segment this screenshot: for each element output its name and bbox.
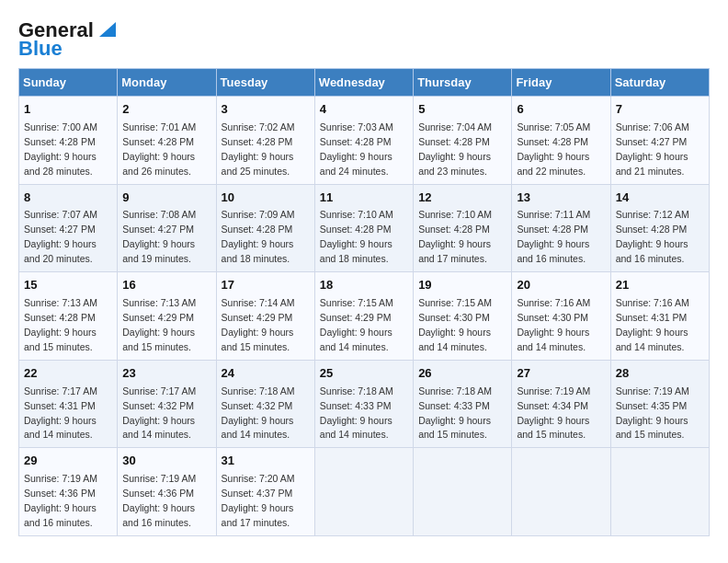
day-info: Sunrise: 7:13 AMSunset: 4:29 PMDaylight:… <box>122 297 196 352</box>
calendar-week-4: 22 Sunrise: 7:17 AMSunset: 4:31 PMDaylig… <box>19 360 710 448</box>
day-number: 18 <box>320 277 408 294</box>
calendar-header-tuesday: Tuesday <box>216 69 314 97</box>
calendar-header-wednesday: Wednesday <box>314 69 413 97</box>
day-info: Sunrise: 7:20 AMSunset: 4:37 PMDaylight:… <box>222 473 295 528</box>
day-number: 16 <box>122 277 210 294</box>
calendar-cell: 17 Sunrise: 7:14 AMSunset: 4:29 PMDaylig… <box>216 272 314 361</box>
calendar-cell: 10 Sunrise: 7:09 AMSunset: 4:28 PMDaylig… <box>216 184 314 272</box>
day-info: Sunrise: 7:11 AMSunset: 4:28 PMDaylight:… <box>517 209 590 264</box>
day-info: Sunrise: 7:13 AMSunset: 4:28 PMDaylight:… <box>24 297 97 352</box>
day-info: Sunrise: 7:17 AMSunset: 4:31 PMDaylight:… <box>24 385 97 441</box>
calendar-cell: 2 Sunrise: 7:01 AMSunset: 4:28 PMDayligh… <box>118 97 216 185</box>
day-number: 1 <box>24 101 112 119</box>
day-number: 25 <box>320 365 408 383</box>
day-number: 22 <box>24 365 112 383</box>
calendar-cell: 29 Sunrise: 7:19 AMSunset: 4:36 PMDaylig… <box>19 448 118 536</box>
calendar-header-thursday: Thursday <box>414 69 512 97</box>
calendar-cell: 12 Sunrise: 7:10 AMSunset: 4:28 PMDaylig… <box>414 184 512 272</box>
calendar-cell: 24 Sunrise: 7:18 AMSunset: 4:32 PMDaylig… <box>216 360 314 448</box>
day-number: 13 <box>517 190 605 207</box>
day-info: Sunrise: 7:10 AMSunset: 4:28 PMDaylight:… <box>320 209 393 264</box>
day-number: 4 <box>320 101 408 119</box>
calendar-cell: 18 Sunrise: 7:15 AMSunset: 4:29 PMDaylig… <box>314 272 413 361</box>
day-info: Sunrise: 7:18 AMSunset: 4:33 PMDaylight:… <box>320 385 393 441</box>
calendar-header-monday: Monday <box>118 69 216 97</box>
day-number: 9 <box>122 190 210 207</box>
logo-blue: Blue <box>18 37 63 61</box>
calendar-cell <box>414 448 512 536</box>
calendar-table: SundayMondayTuesdayWednesdayThursdayFrid… <box>18 68 710 536</box>
calendar-cell <box>512 448 610 536</box>
day-number: 24 <box>222 365 310 383</box>
day-info: Sunrise: 7:01 AMSunset: 4:28 PMDaylight:… <box>122 121 196 177</box>
calendar-cell: 23 Sunrise: 7:17 AMSunset: 4:32 PMDaylig… <box>118 360 216 448</box>
day-info: Sunrise: 7:04 AMSunset: 4:28 PMDaylight:… <box>418 121 492 177</box>
calendar-cell: 20 Sunrise: 7:16 AMSunset: 4:30 PMDaylig… <box>512 272 610 361</box>
day-number: 11 <box>320 190 408 207</box>
day-info: Sunrise: 7:19 AMSunset: 4:35 PMDaylight:… <box>616 385 689 441</box>
day-info: Sunrise: 7:00 AMSunset: 4:28 PMDaylight:… <box>24 121 97 177</box>
calendar-header-row: SundayMondayTuesdayWednesdayThursdayFrid… <box>19 69 710 97</box>
calendar-cell: 4 Sunrise: 7:03 AMSunset: 4:28 PMDayligh… <box>314 97 413 185</box>
day-info: Sunrise: 7:15 AMSunset: 4:29 PMDaylight:… <box>320 297 393 352</box>
day-info: Sunrise: 7:07 AMSunset: 4:27 PMDaylight:… <box>24 209 97 264</box>
calendar-week-5: 29 Sunrise: 7:19 AMSunset: 4:36 PMDaylig… <box>19 448 710 536</box>
day-number: 31 <box>222 453 310 470</box>
day-number: 28 <box>616 365 704 383</box>
svg-marker-0 <box>99 22 116 37</box>
calendar-cell: 3 Sunrise: 7:02 AMSunset: 4:28 PMDayligh… <box>216 97 314 185</box>
day-info: Sunrise: 7:12 AMSunset: 4:28 PMDaylight:… <box>616 209 689 264</box>
calendar-cell: 6 Sunrise: 7:05 AMSunset: 4:28 PMDayligh… <box>512 97 610 185</box>
calendar-week-2: 8 Sunrise: 7:07 AMSunset: 4:27 PMDayligh… <box>19 184 710 272</box>
day-info: Sunrise: 7:08 AMSunset: 4:27 PMDaylight:… <box>122 209 196 264</box>
day-info: Sunrise: 7:18 AMSunset: 4:33 PMDaylight:… <box>418 385 492 441</box>
calendar-header-friday: Friday <box>512 69 610 97</box>
day-number: 14 <box>616 190 704 207</box>
day-number: 26 <box>418 365 506 383</box>
calendar-cell: 16 Sunrise: 7:13 AMSunset: 4:29 PMDaylig… <box>118 272 216 361</box>
calendar-cell: 13 Sunrise: 7:11 AMSunset: 4:28 PMDaylig… <box>512 184 610 272</box>
calendar-cell: 15 Sunrise: 7:13 AMSunset: 4:28 PMDaylig… <box>19 272 118 361</box>
calendar-cell: 28 Sunrise: 7:19 AMSunset: 4:35 PMDaylig… <box>610 360 709 448</box>
day-info: Sunrise: 7:16 AMSunset: 4:31 PMDaylight:… <box>616 297 689 352</box>
calendar-cell: 11 Sunrise: 7:10 AMSunset: 4:28 PMDaylig… <box>314 184 413 272</box>
day-number: 7 <box>616 101 704 119</box>
calendar-cell: 27 Sunrise: 7:19 AMSunset: 4:34 PMDaylig… <box>512 360 610 448</box>
day-info: Sunrise: 7:09 AMSunset: 4:28 PMDaylight:… <box>222 209 295 264</box>
day-number: 29 <box>24 453 112 470</box>
calendar-cell: 25 Sunrise: 7:18 AMSunset: 4:33 PMDaylig… <box>314 360 413 448</box>
day-info: Sunrise: 7:19 AMSunset: 4:34 PMDaylight:… <box>517 385 590 441</box>
calendar-cell: 7 Sunrise: 7:06 AMSunset: 4:27 PMDayligh… <box>610 97 709 185</box>
calendar-cell: 8 Sunrise: 7:07 AMSunset: 4:27 PMDayligh… <box>19 184 118 272</box>
calendar-cell: 9 Sunrise: 7:08 AMSunset: 4:27 PMDayligh… <box>118 184 216 272</box>
day-info: Sunrise: 7:17 AMSunset: 4:32 PMDaylight:… <box>122 385 196 441</box>
logo-triangle-icon <box>96 20 116 40</box>
day-info: Sunrise: 7:06 AMSunset: 4:27 PMDaylight:… <box>616 121 689 177</box>
calendar-header-saturday: Saturday <box>610 69 709 97</box>
day-number: 5 <box>418 101 506 119</box>
calendar-cell: 26 Sunrise: 7:18 AMSunset: 4:33 PMDaylig… <box>414 360 512 448</box>
day-info: Sunrise: 7:18 AMSunset: 4:32 PMDaylight:… <box>222 385 295 441</box>
day-info: Sunrise: 7:10 AMSunset: 4:28 PMDaylight:… <box>418 209 492 264</box>
day-number: 12 <box>418 190 506 207</box>
day-info: Sunrise: 7:19 AMSunset: 4:36 PMDaylight:… <box>122 473 196 528</box>
day-number: 23 <box>122 365 210 383</box>
calendar-cell: 1 Sunrise: 7:00 AMSunset: 4:28 PMDayligh… <box>19 97 118 185</box>
day-info: Sunrise: 7:15 AMSunset: 4:30 PMDaylight:… <box>418 297 492 352</box>
day-info: Sunrise: 7:05 AMSunset: 4:28 PMDaylight:… <box>517 121 590 177</box>
day-number: 19 <box>418 277 506 294</box>
day-number: 21 <box>616 277 704 294</box>
day-number: 30 <box>122 453 210 470</box>
day-number: 15 <box>24 277 112 294</box>
day-number: 2 <box>122 101 210 119</box>
day-info: Sunrise: 7:03 AMSunset: 4:28 PMDaylight:… <box>320 121 393 177</box>
day-number: 3 <box>222 101 310 119</box>
calendar-cell: 21 Sunrise: 7:16 AMSunset: 4:31 PMDaylig… <box>610 272 709 361</box>
day-info: Sunrise: 7:14 AMSunset: 4:29 PMDaylight:… <box>222 297 295 352</box>
day-number: 20 <box>517 277 605 294</box>
day-number: 6 <box>517 101 605 119</box>
logo: General Blue <box>18 18 116 61</box>
calendar-cell: 5 Sunrise: 7:04 AMSunset: 4:28 PMDayligh… <box>414 97 512 185</box>
calendar-cell: 14 Sunrise: 7:12 AMSunset: 4:28 PMDaylig… <box>610 184 709 272</box>
day-number: 27 <box>517 365 605 383</box>
